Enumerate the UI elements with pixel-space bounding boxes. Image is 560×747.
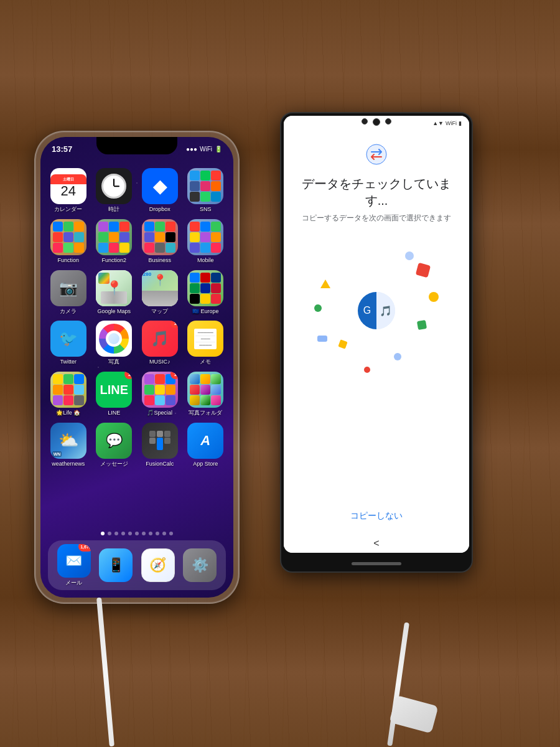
app-function2-folder[interactable]: Function2: [94, 219, 135, 264]
app-label-twitter: Twitter: [60, 359, 77, 365]
app-music[interactable]: 🎵 1 MUSIC♪: [139, 321, 180, 365]
signal-icon: ●●●: [186, 146, 197, 153]
page-dot-3: [121, 532, 125, 535]
photo-folder-grid: [187, 372, 223, 408]
app-sns-folder[interactable]: SNS: [185, 168, 226, 213]
app-fusioncalc[interactable]: FusionCalc: [139, 423, 180, 467]
app-label-maps: マップ: [151, 308, 168, 315]
anim-yellow-circle: [429, 292, 439, 302]
anim-half-left: G: [358, 292, 376, 329]
mobile-folder-grid: [187, 219, 223, 255]
app-mobile-folder[interactable]: Mobile: [185, 219, 226, 264]
app-appstore[interactable]: A App Store: [185, 423, 226, 467]
app-calendar[interactable]: 土曜日 24 カレンダー: [48, 168, 89, 213]
app-label-sns: SNS: [200, 206, 212, 213]
android-nav-bar: <: [284, 534, 469, 553]
app-label-calendar: カレンダー: [54, 206, 82, 213]
app-dropbox[interactable]: ◆ Dropbox: [139, 168, 180, 213]
anim-green-small-circle: [314, 304, 322, 312]
data-transfer-icon: [365, 143, 388, 168]
app-googlemaps[interactable]: 📍 Google Maps: [94, 270, 135, 315]
app-label-function2: Function2: [101, 257, 126, 264]
app-label-line: LINE: [108, 410, 120, 416]
app-clock[interactable]: 時計: [94, 168, 135, 213]
app-camera[interactable]: 📷 カメラ: [48, 270, 89, 315]
app-life-folder[interactable]: 🌟Life 🏠: [48, 372, 89, 416]
appstore-icon: A: [200, 433, 210, 449]
anim-blue-rectangle: [317, 336, 327, 342]
android-device: ▲▼ WiFi ▮ データをチェックしています... コピーするデータを次の画面…: [280, 112, 473, 573]
app-label-photos: 写真: [108, 359, 119, 365]
europe-folder-grid: [187, 270, 223, 306]
iphone-device: 13:57 ●●● WiFi 🔋 土曜日 24 カレンダー: [34, 131, 240, 604]
app-label-dropbox: Dropbox: [149, 206, 170, 213]
anim-red-square: [416, 263, 431, 278]
mail-badge: 1,672: [78, 544, 91, 552]
app-label-photo-folder: 写真フォルダ: [189, 410, 222, 416]
app-label-mobile: Mobile: [197, 257, 214, 264]
app-photo-folder[interactable]: 写真フォルダ: [185, 372, 226, 416]
app-memo[interactable]: ――――― ――― ―――― メモ: [185, 321, 226, 365]
app-label-memo: メモ: [200, 359, 211, 365]
page-dot-6: [142, 532, 146, 535]
android-copy-cancel-button[interactable]: コピーしない: [284, 510, 469, 522]
sns-folder-grid: [187, 168, 223, 204]
music-badge: 1: [170, 321, 178, 328]
app-label-life: 🌟Life 🏠: [56, 410, 80, 416]
calendar-date: 24: [61, 184, 76, 198]
app-function-folder[interactable]: Function: [48, 219, 89, 264]
page-dot-1: [108, 532, 111, 535]
android-home-button[interactable]: [352, 562, 401, 565]
app-label-function: Function: [57, 257, 79, 264]
app-europe-folder[interactable]: 🇪🇺 Europe: [185, 270, 226, 315]
twitter-icon: 🐦: [59, 330, 78, 347]
iphone-dock: ✉️ 1,672 メール 📱 🧭 ⚙️: [48, 540, 226, 590]
dock-safari[interactable]: 🧭: [141, 548, 175, 582]
app-label-weathernews: weathernews: [52, 461, 85, 467]
memo-icon: ――――― ――― ――――: [194, 329, 217, 349]
mail-icon: ✉️: [65, 553, 82, 569]
android-status-icons: ▲▼ WiFi ▮: [432, 120, 462, 126]
app-label-appstore: App Store: [193, 461, 218, 467]
googlemaps-pin-icon: 📍: [106, 280, 123, 296]
app-business-folder[interactable]: Business: [139, 219, 180, 264]
safari-icon: 🧭: [149, 557, 166, 573]
dropbox-icon: ◆: [153, 176, 167, 197]
animation-area: G 🎵: [308, 242, 445, 379]
page-dot-9: [162, 532, 166, 535]
anim-yellow-triangle: [320, 280, 330, 288]
app-label-googlemaps: Google Maps: [97, 308, 131, 315]
dock-messages[interactable]: 📱: [99, 548, 133, 582]
dock-mail[interactable]: ✉️ 1,672 メール: [57, 544, 91, 586]
app-photos[interactable]: 写真: [94, 321, 135, 365]
app-maps[interactable]: 📍 280 マップ: [139, 270, 180, 315]
iphone-time: 13:57: [52, 144, 72, 154]
svg-point-0: [366, 144, 386, 164]
app-label-europe: 🇪🇺 Europe: [192, 308, 219, 315]
life-folder-grid: [50, 372, 86, 408]
anim-blue-faded: [405, 251, 414, 260]
app-label-clock: 時計: [108, 206, 119, 213]
anim-blue-small-circle: [394, 353, 401, 360]
page-dot-7: [149, 532, 152, 535]
dock-settings[interactable]: ⚙️: [183, 548, 217, 582]
app-special-folder[interactable]: 1 🎵Special: [139, 372, 180, 416]
line-icon: LINE: [100, 383, 128, 397]
android-wifi-icon: WiFi: [446, 120, 457, 126]
app-line[interactable]: LINE 2 LINE: [94, 372, 135, 416]
app-twitter[interactable]: 🐦 Twitter: [48, 321, 89, 365]
page-dot-4: [128, 532, 132, 535]
android-screen-title: データをチェックしています...: [296, 176, 457, 209]
settings-icon: ⚙️: [192, 557, 208, 573]
android-back-button[interactable]: <: [373, 538, 379, 549]
anim-red-small-circle: [364, 367, 370, 373]
page-dots: [40, 532, 233, 535]
android-battery-icon: ▮: [459, 120, 462, 126]
iphone-notch: [96, 137, 177, 154]
page-dot-2: [114, 532, 118, 535]
fusioncalc-icon: [149, 431, 170, 450]
function2-folder-grid: [96, 219, 132, 255]
app-messages[interactable]: 💬 メッセージ: [94, 423, 135, 467]
app-weathernews[interactable]: ⛅ WN weathernews: [48, 423, 89, 467]
anim-green-square: [417, 320, 427, 330]
